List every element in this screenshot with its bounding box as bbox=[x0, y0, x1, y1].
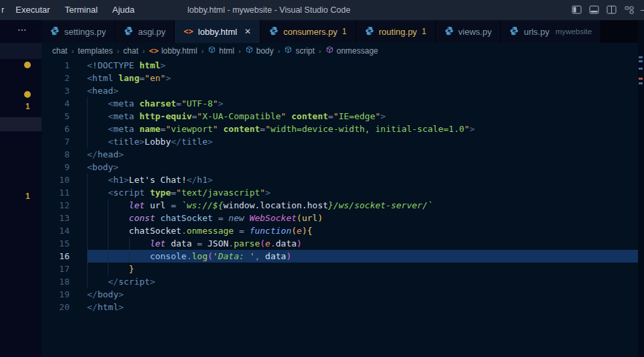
tab-overflow-icon[interactable]: ⋯ bbox=[17, 24, 27, 35]
code-line-4: 4<meta charset="UTF-8"> bbox=[42, 97, 644, 110]
code-token: title bbox=[181, 137, 208, 147]
breadcrumb-item-body[interactable]: body bbox=[245, 46, 274, 56]
toggle-sidebar-icon[interactable] bbox=[572, 5, 582, 15]
code-token: html bbox=[134, 60, 160, 70]
breadcrumb-label: script bbox=[295, 46, 315, 56]
line-number[interactable]: 8 bbox=[42, 148, 87, 161]
breadcrumb-item-script[interactable]: script bbox=[284, 46, 315, 56]
code-line-content[interactable]: </script> bbox=[87, 275, 644, 288]
line-number[interactable]: 1 bbox=[42, 59, 87, 72]
breadcrumb-item-onmessage[interactable]: onmessage bbox=[325, 46, 378, 56]
line-number[interactable]: 2 bbox=[42, 72, 87, 84]
code-editor[interactable]: 1<!DOCTYPE html>2<html lang="en">3<head>… bbox=[42, 59, 644, 313]
tab-settings.py[interactable]: settings.py bbox=[42, 20, 115, 43]
indent-guide bbox=[87, 250, 108, 263]
code-token: url bbox=[302, 213, 317, 223]
code-line-content[interactable]: <meta name="viewport" content="width=dev… bbox=[87, 123, 644, 135]
code-line-content[interactable]: <meta http-equiv="X-UA-Compatible" conte… bbox=[87, 110, 644, 123]
line-number[interactable]: 13 bbox=[42, 212, 87, 224]
breadcrumb-separator-icon: › bbox=[72, 47, 74, 55]
tab-routing.py[interactable]: routing.py1 bbox=[356, 20, 436, 43]
code-line-content[interactable]: let data = JSON.parse(e.data) bbox=[87, 237, 644, 250]
minimize-button-partial[interactable]: – bbox=[641, 0, 644, 20]
tab-consumers.py[interactable]: consumers.py1 bbox=[260, 20, 356, 43]
menu-item-executar[interactable]: Executar bbox=[8, 5, 57, 15]
code-token: > bbox=[469, 124, 475, 134]
line-number[interactable]: 4 bbox=[42, 97, 87, 110]
code-token: > bbox=[113, 162, 118, 172]
code-token: head bbox=[92, 86, 113, 96]
code-line-2: 2<html lang="en"> bbox=[42, 72, 644, 84]
tab-views.py[interactable]: views.py bbox=[436, 20, 501, 43]
line-number[interactable]: 5 bbox=[42, 110, 87, 123]
code-token: ${ bbox=[213, 200, 224, 210]
toggle-panel-icon[interactable] bbox=[589, 5, 600, 15]
code-line-content[interactable]: <body> bbox=[87, 161, 644, 173]
html-file-icon: <> bbox=[183, 27, 193, 36]
code-line-16: 16console.log('Data: ', data) bbox=[42, 250, 644, 263]
code-line-6: 6<meta name="viewport" content="width=de… bbox=[42, 123, 644, 135]
tab-lobby.html[interactable]: <>lobby.html✕ bbox=[175, 20, 260, 43]
code-token: > bbox=[265, 188, 270, 198]
line-number[interactable]: 20 bbox=[42, 301, 87, 313]
code-token: = bbox=[234, 226, 249, 236]
code-line-content[interactable]: <html lang="en"> bbox=[87, 72, 644, 84]
code-token: !DOCTYPE bbox=[92, 60, 135, 70]
editor-group: settings.pyasgi.py<>lobby.html✕consumers… bbox=[42, 20, 644, 357]
code-token: onmessage bbox=[187, 226, 234, 236]
tab-asgi.py[interactable]: asgi.py bbox=[115, 20, 175, 43]
breadcrumb-item-chat[interactable]: chat bbox=[123, 46, 139, 56]
code-line-content[interactable]: let url = `ws://${window.location.host}/… bbox=[87, 199, 644, 212]
line-number[interactable]: 12 bbox=[42, 199, 87, 212]
line-number[interactable]: 3 bbox=[42, 84, 87, 97]
line-number[interactable]: 14 bbox=[42, 224, 87, 237]
customize-layout-icon[interactable] bbox=[624, 5, 635, 15]
code-token: Let's Chat! bbox=[129, 175, 187, 185]
code-line-content[interactable]: </html> bbox=[87, 301, 644, 313]
menu-item-terminal[interactable]: Terminal bbox=[58, 5, 105, 15]
menu-item-ajuda[interactable]: Ajuda bbox=[105, 5, 142, 15]
code-line-content[interactable]: chatSocket.onmessage = function(e){ bbox=[87, 224, 644, 237]
code-line-content[interactable]: <!DOCTYPE html> bbox=[87, 59, 644, 72]
symbol-event-icon bbox=[325, 46, 334, 56]
minimap[interactable] bbox=[638, 20, 644, 357]
code-line-content[interactable]: </head> bbox=[87, 148, 644, 161]
tab-urls.py[interactable]: urls.pymywebsite bbox=[501, 20, 601, 43]
python-icon bbox=[269, 26, 278, 38]
line-number[interactable]: 7 bbox=[42, 135, 87, 148]
code-token: script bbox=[113, 188, 145, 198]
code-line-content[interactable]: } bbox=[87, 263, 644, 275]
explorer-selected-row[interactable] bbox=[0, 117, 42, 131]
code-line-content[interactable]: <head> bbox=[87, 84, 644, 97]
breadcrumb-item-templates[interactable]: templates bbox=[78, 46, 112, 56]
code-line-content[interactable]: <title>Lobby</title> bbox=[87, 135, 644, 148]
code-token: url bbox=[145, 200, 171, 210]
split-editor-icon[interactable] bbox=[607, 5, 617, 15]
code-line-content[interactable]: <h1>Let's Chat!</h1> bbox=[87, 173, 644, 186]
code-token: " bbox=[145, 73, 150, 83]
line-number[interactable]: 11 bbox=[42, 186, 87, 199]
explorer-sidebar-strip[interactable]: ⋯ 11 bbox=[0, 20, 42, 357]
code-line-17: 17} bbox=[42, 263, 644, 275]
menu-item-partial[interactable]: r bbox=[0, 0, 8, 20]
breadcrumb-item-chat[interactable]: chat bbox=[52, 46, 68, 56]
breadcrumb-item-lobby.html[interactable]: <>lobby.html bbox=[149, 46, 197, 56]
line-number[interactable]: 17 bbox=[42, 263, 87, 275]
code-line-content[interactable]: <script type="text/javascript"> bbox=[87, 186, 644, 199]
code-line-content[interactable]: </body> bbox=[87, 288, 644, 301]
code-token: , bbox=[254, 251, 265, 261]
tab-secondary-label: mywebsite bbox=[556, 27, 592, 35]
close-icon[interactable]: ✕ bbox=[244, 27, 251, 36]
indent-guide bbox=[87, 224, 108, 237]
code-line-content[interactable]: const chatSocket = new WebSocket(url) bbox=[87, 212, 644, 224]
line-number[interactable]: 9 bbox=[42, 161, 87, 173]
line-number[interactable]: 16 bbox=[42, 250, 87, 263]
breadcrumb-item-html[interactable]: html bbox=[208, 46, 234, 56]
code-line-content[interactable]: <meta charset="UTF-8"> bbox=[87, 97, 644, 110]
line-number[interactable]: 19 bbox=[42, 288, 87, 301]
code-line-content[interactable]: console.log('Data: ', data) bbox=[87, 250, 644, 263]
line-number[interactable]: 18 bbox=[42, 275, 87, 288]
line-number[interactable]: 6 bbox=[42, 123, 87, 135]
line-number[interactable]: 15 bbox=[42, 237, 87, 250]
line-number[interactable]: 10 bbox=[42, 173, 87, 186]
